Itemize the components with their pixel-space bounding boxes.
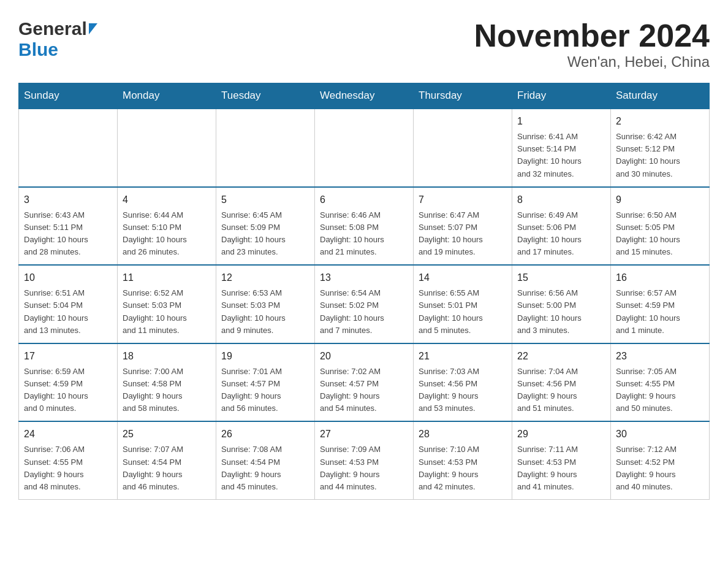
day-info: Sunrise: 6:55 AMSunset: 5:01 PMDaylight:… [419,287,507,337]
day-info: Sunrise: 6:57 AMSunset: 4:59 PMDaylight:… [616,287,704,337]
day-info: Sunrise: 6:42 AMSunset: 5:12 PMDaylight:… [616,131,704,180]
day-cell: 1Sunrise: 6:41 AMSunset: 5:14 PMDaylight… [512,109,611,187]
day-number: 18 [123,349,211,364]
day-cell: 28Sunrise: 7:10 AMSunset: 4:53 PMDayligh… [414,421,512,499]
day-cell: 10Sunrise: 6:51 AMSunset: 5:04 PMDayligh… [19,265,118,343]
day-cell: 29Sunrise: 7:11 AMSunset: 4:53 PMDayligh… [512,421,611,499]
calendar-header-row: SundayMondayTuesdayWednesdayThursdayFrid… [19,83,710,109]
day-info: Sunrise: 6:45 AMSunset: 5:09 PMDaylight:… [221,209,309,259]
title-block: November 2024 Wen'an, Hebei, China [474,18,710,71]
day-header-wednesday: Wednesday [315,83,414,109]
day-info: Sunrise: 6:52 AMSunset: 5:03 PMDaylight:… [123,287,211,337]
day-number: 1 [517,114,605,129]
day-number: 21 [419,349,507,364]
day-info: Sunrise: 6:53 AMSunset: 5:03 PMDaylight:… [221,287,309,337]
day-cell: 17Sunrise: 6:59 AMSunset: 4:59 PMDayligh… [19,343,118,422]
day-info: Sunrise: 7:06 AMSunset: 4:55 PMDaylight:… [24,443,112,493]
day-cell: 7Sunrise: 6:47 AMSunset: 5:07 PMDaylight… [414,187,512,266]
page-header: General Blue November 2024 Wen'an, Hebei… [18,18,710,71]
day-number: 10 [24,270,112,285]
calendar-title: November 2024 [474,18,710,53]
day-number: 13 [320,270,408,285]
day-info: Sunrise: 6:46 AMSunset: 5:08 PMDaylight:… [320,209,408,259]
day-info: Sunrise: 6:41 AMSunset: 5:14 PMDaylight:… [517,131,605,180]
day-cell [414,109,512,187]
day-cell: 18Sunrise: 7:00 AMSunset: 4:58 PMDayligh… [118,343,216,422]
calendar-subtitle: Wen'an, Hebei, China [474,53,710,71]
day-number: 15 [517,270,605,285]
day-cell: 24Sunrise: 7:06 AMSunset: 4:55 PMDayligh… [19,421,118,499]
day-number: 19 [221,349,309,364]
day-number: 28 [419,427,507,442]
day-cell: 15Sunrise: 6:56 AMSunset: 5:00 PMDayligh… [512,265,611,343]
day-info: Sunrise: 6:56 AMSunset: 5:00 PMDaylight:… [517,287,605,337]
day-cell [118,109,216,187]
day-number: 14 [419,270,507,285]
week-row-5: 24Sunrise: 7:06 AMSunset: 4:55 PMDayligh… [19,421,710,499]
day-number: 6 [320,193,408,207]
week-row-4: 17Sunrise: 6:59 AMSunset: 4:59 PMDayligh… [19,343,710,422]
day-number: 22 [517,349,605,364]
day-number: 12 [221,270,309,285]
day-cell: 5Sunrise: 6:45 AMSunset: 5:09 PMDaylight… [216,187,315,266]
day-cell: 19Sunrise: 7:01 AMSunset: 4:57 PMDayligh… [216,343,315,422]
day-cell [315,109,414,187]
day-info: Sunrise: 7:04 AMSunset: 4:56 PMDaylight:… [517,366,605,415]
calendar-table: SundayMondayTuesdayWednesdayThursdayFrid… [18,83,710,500]
day-header-monday: Monday [118,83,216,109]
day-number: 7 [419,193,507,207]
day-info: Sunrise: 7:11 AMSunset: 4:53 PMDaylight:… [517,443,605,493]
day-number: 3 [24,193,112,207]
day-info: Sunrise: 7:01 AMSunset: 4:57 PMDaylight:… [221,366,309,415]
day-info: Sunrise: 6:50 AMSunset: 5:05 PMDaylight:… [616,209,704,259]
day-info: Sunrise: 6:43 AMSunset: 5:11 PMDaylight:… [24,209,112,259]
day-info: Sunrise: 7:05 AMSunset: 4:55 PMDaylight:… [616,366,704,415]
day-cell [19,109,118,187]
day-number: 17 [24,349,112,364]
day-info: Sunrise: 6:44 AMSunset: 5:10 PMDaylight:… [123,209,211,259]
day-number: 20 [320,349,408,364]
day-info: Sunrise: 7:12 AMSunset: 4:52 PMDaylight:… [616,443,704,493]
day-cell: 22Sunrise: 7:04 AMSunset: 4:56 PMDayligh… [512,343,611,422]
day-cell: 25Sunrise: 7:07 AMSunset: 4:54 PMDayligh… [118,421,216,499]
day-header-saturday: Saturday [611,83,710,109]
day-cell: 6Sunrise: 6:46 AMSunset: 5:08 PMDaylight… [315,187,414,266]
day-info: Sunrise: 7:10 AMSunset: 4:53 PMDaylight:… [419,443,507,493]
day-header-sunday: Sunday [19,83,118,109]
logo-arrow-icon [89,23,97,34]
logo: General Blue [18,18,97,60]
day-number: 2 [616,114,704,129]
day-number: 16 [616,270,704,285]
day-header-tuesday: Tuesday [216,83,315,109]
week-row-2: 3Sunrise: 6:43 AMSunset: 5:11 PMDaylight… [19,187,710,266]
logo-blue-text: Blue [18,39,58,60]
week-row-3: 10Sunrise: 6:51 AMSunset: 5:04 PMDayligh… [19,265,710,343]
day-info: Sunrise: 7:08 AMSunset: 4:54 PMDaylight:… [221,443,309,493]
day-cell: 13Sunrise: 6:54 AMSunset: 5:02 PMDayligh… [315,265,414,343]
day-cell: 26Sunrise: 7:08 AMSunset: 4:54 PMDayligh… [216,421,315,499]
day-cell: 2Sunrise: 6:42 AMSunset: 5:12 PMDaylight… [611,109,710,187]
day-cell: 11Sunrise: 6:52 AMSunset: 5:03 PMDayligh… [118,265,216,343]
day-cell [216,109,315,187]
day-number: 24 [24,427,112,442]
day-number: 5 [221,193,309,207]
day-number: 29 [517,427,605,442]
day-number: 25 [123,427,211,442]
day-cell: 23Sunrise: 7:05 AMSunset: 4:55 PMDayligh… [611,343,710,422]
day-info: Sunrise: 6:51 AMSunset: 5:04 PMDaylight:… [24,287,112,337]
day-cell: 12Sunrise: 6:53 AMSunset: 5:03 PMDayligh… [216,265,315,343]
day-info: Sunrise: 6:54 AMSunset: 5:02 PMDaylight:… [320,287,408,337]
day-number: 8 [517,193,605,207]
day-cell: 30Sunrise: 7:12 AMSunset: 4:52 PMDayligh… [611,421,710,499]
day-header-thursday: Thursday [414,83,512,109]
week-row-1: 1Sunrise: 6:41 AMSunset: 5:14 PMDaylight… [19,109,710,187]
day-header-friday: Friday [512,83,611,109]
day-cell: 9Sunrise: 6:50 AMSunset: 5:05 PMDaylight… [611,187,710,266]
day-info: Sunrise: 7:09 AMSunset: 4:53 PMDaylight:… [320,443,408,493]
day-number: 23 [616,349,704,364]
day-cell: 16Sunrise: 6:57 AMSunset: 4:59 PMDayligh… [611,265,710,343]
day-number: 26 [221,427,309,442]
day-info: Sunrise: 6:59 AMSunset: 4:59 PMDaylight:… [24,366,112,415]
day-number: 11 [123,270,211,285]
day-cell: 3Sunrise: 6:43 AMSunset: 5:11 PMDaylight… [19,187,118,266]
